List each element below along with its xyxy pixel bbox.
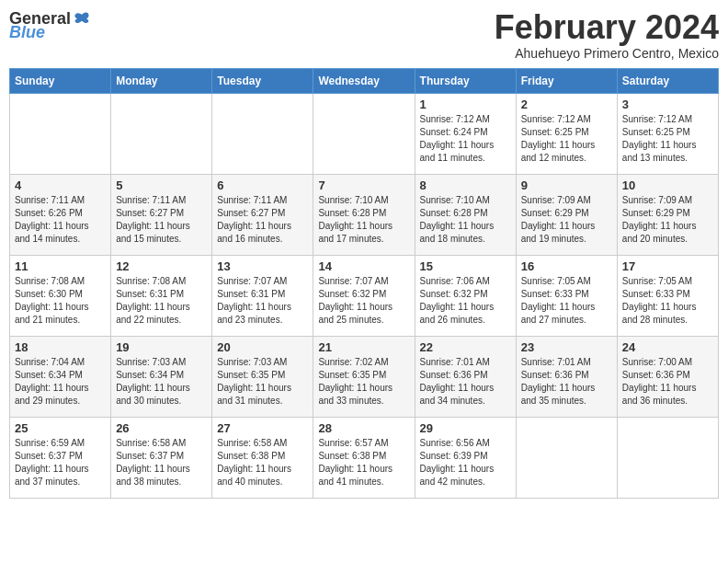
- table-row: 14Sunrise: 7:07 AM Sunset: 6:32 PM Dayli…: [313, 255, 415, 336]
- day-info: Sunrise: 6:58 AM Sunset: 6:37 PM Dayligh…: [116, 437, 207, 488]
- day-number: 23: [521, 340, 612, 354]
- day-info: Sunrise: 7:02 AM Sunset: 6:35 PM Dayligh…: [318, 356, 409, 408]
- day-number: 2: [521, 98, 612, 111]
- day-info: Sunrise: 7:10 AM Sunset: 6:28 PM Dayligh…: [318, 194, 409, 246]
- page-header: General Blue February 2024 Ahuehueyo Pri…: [9, 9, 719, 61]
- table-row: [617, 417, 718, 498]
- table-row: 10Sunrise: 7:09 AM Sunset: 6:29 PM Dayli…: [617, 174, 718, 255]
- table-row: 29Sunrise: 6:56 AM Sunset: 6:39 PM Dayli…: [415, 417, 516, 498]
- table-row: [516, 417, 617, 498]
- day-number: 1: [420, 98, 511, 111]
- table-row: 18Sunrise: 7:04 AM Sunset: 6:34 PM Dayli…: [10, 336, 111, 417]
- table-row: 19Sunrise: 7:03 AM Sunset: 6:34 PM Dayli…: [111, 336, 212, 417]
- logo: General Blue: [9, 9, 91, 42]
- header-monday: Monday: [111, 68, 212, 93]
- logo-bird-icon: [73, 10, 91, 29]
- day-info: Sunrise: 7:11 AM Sunset: 6:26 PM Dayligh…: [15, 194, 106, 246]
- table-row: 2Sunrise: 7:12 AM Sunset: 6:25 PM Daylig…: [516, 93, 617, 174]
- table-row: 26Sunrise: 6:58 AM Sunset: 6:37 PM Dayli…: [111, 417, 212, 498]
- table-row: 6Sunrise: 7:11 AM Sunset: 6:27 PM Daylig…: [212, 174, 313, 255]
- table-row: 23Sunrise: 7:01 AM Sunset: 6:36 PM Dayli…: [516, 336, 617, 417]
- table-row: 12Sunrise: 7:08 AM Sunset: 6:31 PM Dayli…: [111, 255, 212, 336]
- day-number: 20: [217, 340, 308, 354]
- day-number: 6: [217, 178, 308, 192]
- table-row: 25Sunrise: 6:59 AM Sunset: 6:37 PM Dayli…: [10, 417, 111, 498]
- day-info: Sunrise: 7:07 AM Sunset: 6:32 PM Dayligh…: [318, 275, 409, 327]
- day-number: 29: [420, 421, 511, 435]
- table-row: [212, 93, 313, 174]
- day-info: Sunrise: 7:03 AM Sunset: 6:34 PM Dayligh…: [116, 356, 207, 408]
- day-info: Sunrise: 7:09 AM Sunset: 6:29 PM Dayligh…: [521, 194, 612, 246]
- table-row: 21Sunrise: 7:02 AM Sunset: 6:35 PM Dayli…: [313, 336, 415, 417]
- day-info: Sunrise: 7:09 AM Sunset: 6:29 PM Dayligh…: [622, 194, 713, 246]
- table-row: 27Sunrise: 6:58 AM Sunset: 6:38 PM Dayli…: [212, 417, 313, 498]
- table-row: 9Sunrise: 7:09 AM Sunset: 6:29 PM Daylig…: [516, 174, 617, 255]
- day-info: Sunrise: 7:11 AM Sunset: 6:27 PM Dayligh…: [116, 194, 207, 246]
- calendar-week-row: 4Sunrise: 7:11 AM Sunset: 6:26 PM Daylig…: [10, 174, 719, 255]
- calendar-header-row: Sunday Monday Tuesday Wednesday Thursday…: [10, 68, 719, 93]
- table-row: 11Sunrise: 7:08 AM Sunset: 6:30 PM Dayli…: [10, 255, 111, 336]
- header-wednesday: Wednesday: [313, 68, 415, 93]
- day-number: 12: [116, 259, 207, 273]
- day-info: Sunrise: 7:07 AM Sunset: 6:31 PM Dayligh…: [217, 275, 308, 327]
- header-friday: Friday: [516, 68, 617, 93]
- table-row: 15Sunrise: 7:06 AM Sunset: 6:32 PM Dayli…: [415, 255, 516, 336]
- table-row: 5Sunrise: 7:11 AM Sunset: 6:27 PM Daylig…: [111, 174, 212, 255]
- day-number: 3: [622, 98, 713, 111]
- day-info: Sunrise: 6:58 AM Sunset: 6:38 PM Dayligh…: [217, 437, 308, 488]
- day-info: Sunrise: 6:57 AM Sunset: 6:38 PM Dayligh…: [318, 437, 409, 488]
- day-info: Sunrise: 7:08 AM Sunset: 6:31 PM Dayligh…: [116, 275, 207, 327]
- calendar-week-row: 18Sunrise: 7:04 AM Sunset: 6:34 PM Dayli…: [10, 336, 719, 417]
- day-info: Sunrise: 7:10 AM Sunset: 6:28 PM Dayligh…: [420, 194, 511, 246]
- day-info: Sunrise: 7:03 AM Sunset: 6:35 PM Dayligh…: [217, 356, 308, 408]
- day-number: 4: [15, 178, 106, 192]
- day-info: Sunrise: 7:04 AM Sunset: 6:34 PM Dayligh…: [15, 356, 106, 408]
- day-number: 9: [521, 178, 612, 192]
- day-number: 21: [318, 340, 409, 354]
- table-row: 22Sunrise: 7:01 AM Sunset: 6:36 PM Dayli…: [415, 336, 516, 417]
- table-row: 17Sunrise: 7:05 AM Sunset: 6:33 PM Dayli…: [617, 255, 718, 336]
- day-info: Sunrise: 6:56 AM Sunset: 6:39 PM Dayligh…: [420, 437, 511, 488]
- table-row: 24Sunrise: 7:00 AM Sunset: 6:36 PM Dayli…: [617, 336, 718, 417]
- table-row: 4Sunrise: 7:11 AM Sunset: 6:26 PM Daylig…: [10, 174, 111, 255]
- day-info: Sunrise: 6:59 AM Sunset: 6:37 PM Dayligh…: [15, 437, 106, 488]
- day-info: Sunrise: 7:12 AM Sunset: 6:24 PM Dayligh…: [420, 113, 511, 165]
- day-number: 16: [521, 259, 612, 273]
- day-info: Sunrise: 7:05 AM Sunset: 6:33 PM Dayligh…: [622, 275, 713, 327]
- day-info: Sunrise: 7:00 AM Sunset: 6:36 PM Dayligh…: [622, 356, 713, 408]
- day-info: Sunrise: 7:01 AM Sunset: 6:36 PM Dayligh…: [420, 356, 511, 408]
- day-number: 28: [318, 421, 409, 435]
- day-number: 18: [15, 340, 106, 354]
- header-saturday: Saturday: [617, 68, 718, 93]
- calendar-week-row: 11Sunrise: 7:08 AM Sunset: 6:30 PM Dayli…: [10, 255, 719, 336]
- table-row: 1Sunrise: 7:12 AM Sunset: 6:24 PM Daylig…: [415, 93, 516, 174]
- logo-blue: Blue: [9, 23, 45, 42]
- day-number: 17: [622, 259, 713, 273]
- day-number: 7: [318, 178, 409, 192]
- calendar-week-row: 25Sunrise: 6:59 AM Sunset: 6:37 PM Dayli…: [10, 417, 719, 498]
- location-title: Ahuehueyo Primero Centro, Mexico: [495, 46, 719, 61]
- month-title: February 2024: [495, 9, 719, 46]
- day-number: 19: [116, 340, 207, 354]
- day-info: Sunrise: 7:12 AM Sunset: 6:25 PM Dayligh…: [622, 113, 713, 165]
- table-row: 20Sunrise: 7:03 AM Sunset: 6:35 PM Dayli…: [212, 336, 313, 417]
- day-number: 5: [116, 178, 207, 192]
- day-info: Sunrise: 7:05 AM Sunset: 6:33 PM Dayligh…: [521, 275, 612, 327]
- day-info: Sunrise: 7:12 AM Sunset: 6:25 PM Dayligh…: [521, 113, 612, 165]
- day-number: 10: [622, 178, 713, 192]
- day-number: 24: [622, 340, 713, 354]
- table-row: 13Sunrise: 7:07 AM Sunset: 6:31 PM Dayli…: [212, 255, 313, 336]
- day-number: 8: [420, 178, 511, 192]
- day-info: Sunrise: 7:11 AM Sunset: 6:27 PM Dayligh…: [217, 194, 308, 246]
- table-row: 7Sunrise: 7:10 AM Sunset: 6:28 PM Daylig…: [313, 174, 415, 255]
- table-row: [313, 93, 415, 174]
- table-row: 8Sunrise: 7:10 AM Sunset: 6:28 PM Daylig…: [415, 174, 516, 255]
- calendar-week-row: 1Sunrise: 7:12 AM Sunset: 6:24 PM Daylig…: [10, 93, 719, 174]
- table-row: [111, 93, 212, 174]
- day-number: 22: [420, 340, 511, 354]
- day-number: 25: [15, 421, 106, 435]
- title-area: February 2024 Ahuehueyo Primero Centro, …: [495, 9, 719, 61]
- table-row: [10, 93, 111, 174]
- table-row: 28Sunrise: 6:57 AM Sunset: 6:38 PM Dayli…: [313, 417, 415, 498]
- day-info: Sunrise: 7:01 AM Sunset: 6:36 PM Dayligh…: [521, 356, 612, 408]
